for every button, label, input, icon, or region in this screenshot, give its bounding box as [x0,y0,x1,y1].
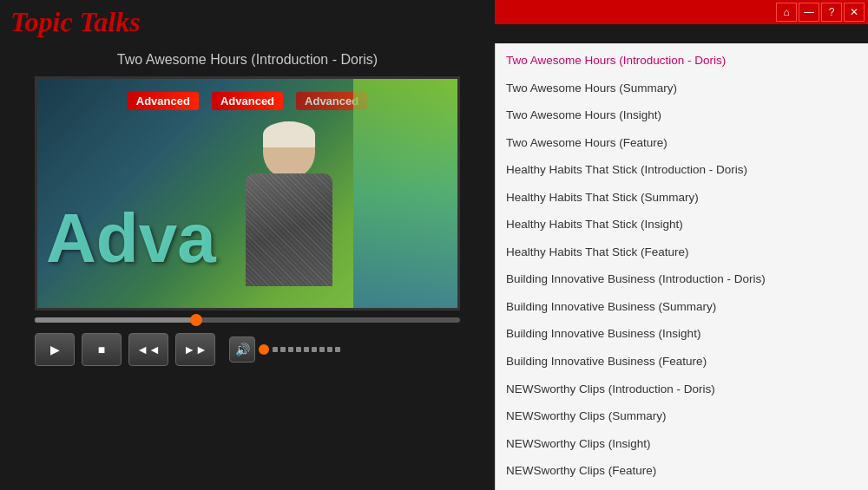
volume-area: 🔊 [229,336,340,363]
app-title: Topic Talks [10,6,141,38]
progress-track[interactable] [35,317,460,323]
banner-advanced-1: Advanced [128,92,199,110]
playlist-item[interactable]: NEWSworthy Clips (Feature) [496,457,868,485]
vdot-9 [335,347,340,352]
bg-gradient-right [353,79,457,308]
playlist-item[interactable]: Wise Money Choices (Introduction - Doris… [496,485,868,490]
progress-thumb[interactable] [190,314,202,326]
person-hair [263,121,315,147]
vdot-6 [312,347,317,352]
volume-icon: 🔊 [235,343,250,356]
playlist-item[interactable]: Building Innovative Business (Feature) [496,348,868,376]
playlist-item[interactable]: Two Awesome Hours (Feature) [496,129,868,157]
vdot-2 [280,347,286,352]
progress-area [35,317,460,323]
playlist-item[interactable]: Two Awesome Hours (Summary) [496,75,868,102]
home-button[interactable]: ⌂ [776,3,797,22]
playlist-item[interactable]: Two Awesome Hours (Insight) [496,101,868,129]
vdot-8 [327,347,332,352]
right-panel: Two Awesome Hours (Introduction - Doris)… [495,43,868,490]
volume-dots [273,347,340,352]
window-controls-bar: ⌂ — ? ✕ [495,0,868,24]
playlist-item[interactable]: Healthy Habits That Stick (Feature) [496,238,868,266]
person-body [246,173,332,286]
vdot-4 [296,347,301,352]
playlist-item[interactable]: NEWSworthy Clips (Summary) [496,402,868,430]
vdot-3 [288,347,293,352]
playlist-item[interactable]: Building Innovative Business (Insight) [496,320,868,348]
playlist-item[interactable]: Healthy Habits That Stick (Introduction … [496,156,868,184]
person-body-pattern [246,173,332,286]
person-figure [220,117,358,308]
playlist-item[interactable]: Two Awesome Hours (Introduction - Doris) [496,47,868,75]
controls-area: ▶ ■ ◄◄ ►► 🔊 [35,333,460,366]
volume-dot [259,344,269,355]
playlist-item[interactable]: NEWSworthy Clips (Introduction - Doris) [496,376,868,403]
playlist-container[interactable]: Two Awesome Hours (Introduction - Doris)… [496,43,868,490]
playlist-item[interactable]: Healthy Habits That Stick (Insight) [496,211,868,238]
vdot-1 [273,347,278,352]
vdot-5 [304,347,309,352]
minimize-button[interactable]: — [799,3,819,22]
main-content: Two Awesome Hours (Introduction - Doris)… [0,43,868,490]
vdot-7 [319,347,325,352]
big-adv-text: Adva [46,204,216,273]
progress-fill [35,317,196,323]
video-container: Advanced Advanced Advanced Adva [35,76,460,310]
video-background: Advanced Advanced Advanced Adva [37,79,457,308]
help-button[interactable]: ? [821,3,842,22]
video-title: Two Awesome Hours (Introduction - Doris) [17,52,477,68]
banner-advanced-2: Advanced [212,92,283,110]
forward-button[interactable]: ►► [175,333,215,366]
rewind-button[interactable]: ◄◄ [128,333,168,366]
playlist-item[interactable]: NEWSworthy Clips (Insight) [496,430,868,458]
playlist-item[interactable]: Building Innovative Business (Summary) [496,293,868,321]
close-button[interactable]: ✕ [844,3,865,22]
person-head [263,121,315,178]
playlist-item[interactable]: Healthy Habits That Stick (Summary) [496,184,868,212]
volume-button[interactable]: 🔊 [229,336,255,363]
play-button[interactable]: ▶ [35,333,75,366]
stop-button[interactable]: ■ [82,333,122,366]
playlist-item[interactable]: Building Innovative Business (Introducti… [496,265,868,293]
left-panel: Two Awesome Hours (Introduction - Doris)… [0,43,495,490]
